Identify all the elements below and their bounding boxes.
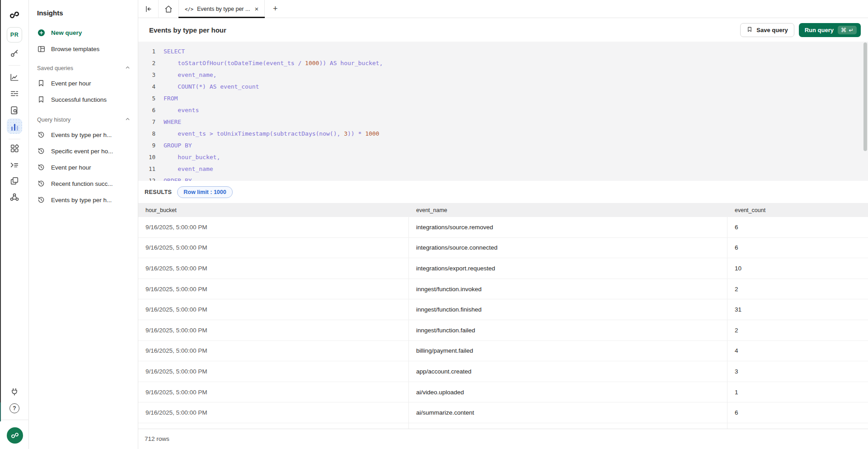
row-limit-pill[interactable]: Row limit : 1000 [177,186,232,198]
chevron-up-icon [125,116,131,123]
row-count: 712 rows [138,429,868,449]
code-line: 5FROM [138,93,868,104]
bookmark-icon [37,79,46,88]
history-item[interactable]: Event per hour [37,159,131,175]
line-number: 4 [138,81,155,93]
code-line: 10 hour_bucket, [138,151,868,163]
workspace-avatar[interactable]: PR [7,27,22,43]
insights-nav-active[interactable] [7,118,22,134]
table-row-partial [138,423,868,429]
cell-event-name: inngest/function.finished [409,299,727,320]
line-number: 2 [138,57,155,69]
app-window: PR [0,0,868,449]
help-icon[interactable]: ? [9,403,19,413]
code-line: 6 events [138,104,868,116]
table-row: 9/16/2025, 5:00:00 PMinngest/function.fi… [138,299,868,320]
cell-event-count: 31 [727,299,868,320]
collapse-sidebar-button[interactable] [138,0,159,18]
icon-rail: PR [0,0,29,449]
insights-sidebar: Insights New query Browse templates Save… [29,0,138,449]
saved-query-item[interactable]: Event per hour [37,75,131,91]
history-label: Events by type per h... [51,197,112,203]
saved-query-label: Successful functions [51,96,107,103]
save-query-button[interactable]: Save query [740,23,794,37]
code-line: 9GROUP BY [138,140,868,151]
saved-query-item[interactable]: Successful functions [37,91,131,108]
rail-divider [0,420,29,420]
line-number: 1 [138,46,155,57]
line-number: 12 [138,175,155,181]
apps-grid-icon[interactable] [9,143,19,153]
history-icon [37,131,46,139]
cell-hour-bucket: 9/16/2025, 5:00:00 PM [138,382,409,402]
tab-events-by-type[interactable]: </> Events by type per ... × [178,0,265,18]
code-line: 1SELECT [138,46,868,57]
cell-event-name: app/account.created [409,361,727,382]
table-row: 9/16/2025, 5:00:00 PMintegrations/source… [138,217,868,238]
cell-event-count: 2 [727,320,868,340]
history-item[interactable]: Events by type per h... [37,192,131,208]
code-line: 12ORDER BY [138,175,868,181]
history-label: Recent function succ... [51,180,113,187]
doc-search-icon[interactable] [9,105,19,115]
window-edge [0,0,1,402]
editor-scrollbar[interactable] [863,43,867,151]
code-line: 3 event_name, [138,69,868,81]
section-saved-queries[interactable]: Saved queries [37,61,131,75]
new-tab-button[interactable]: + [265,0,286,18]
section-label: Saved queries [37,65,73,71]
history-item[interactable]: Events by type per h... [37,127,131,143]
user-avatar[interactable] [7,427,23,444]
cell-event-name: inngest/function.failed [409,320,727,340]
code-icon: </> [185,6,193,12]
table-row: 9/16/2025, 5:00:00 PMinngest/function.in… [138,279,868,300]
metrics-chart-icon[interactable] [9,72,19,82]
column-header-hour-bucket: hour_bucket [138,207,409,213]
save-query-label: Save query [756,27,788,33]
inngest-logo[interactable] [8,8,21,22]
history-label: Specific event per ho... [51,148,113,155]
line-number: 6 [138,104,155,116]
window-edge-accent [0,402,1,421]
code-line: 2 toStartOfHour(toDateTime(event_ts / 10… [138,57,868,69]
templates-icon [37,45,46,53]
dev-server-plug-icon[interactable] [9,387,19,397]
cell-event-name: ai/video.uploaded [409,382,727,402]
table-row: 9/16/2025, 5:00:00 PMai/summarize.conten… [138,402,868,423]
line-number: 3 [138,69,155,81]
line-number: 9 [138,140,155,151]
code-line: 4 COUNT(*) AS event_count [138,81,868,93]
line-number: 11 [138,163,155,175]
chevron-up-icon [125,65,131,72]
terminal-icon[interactable] [9,160,19,170]
sql-editor[interactable]: 1SELECT2 toStartOfHour(toDateTime(event_… [138,42,868,181]
cell-hour-bucket: 9/16/2025, 5:00:00 PM [138,279,409,299]
home-tab-button[interactable] [159,0,178,18]
browse-templates-button[interactable]: Browse templates [37,41,131,57]
copy-windows-icon[interactable] [9,176,19,186]
webhook-icon[interactable] [9,192,19,202]
section-query-history[interactable]: Query history [37,113,131,127]
history-label: Event per hour [51,164,91,171]
cell-event-name: ai/summarize.content [409,402,727,423]
table-row: 9/16/2025, 5:00:00 PMinngest/function.fa… [138,320,868,341]
cell-event-count: 10 [727,258,868,279]
run-query-label: Run query [805,27,834,33]
cell-hour-bucket: 9/16/2025, 5:00:00 PM [138,299,409,320]
table-row: 9/16/2025, 5:00:00 PMintegrations/source… [138,238,868,259]
cell-event-name: integrations/export.requested [409,258,727,279]
cell-hour-bucket: 9/16/2025, 5:00:00 PM [138,341,409,361]
history-item[interactable]: Recent function succ... [37,175,131,192]
close-tab-icon[interactable]: × [254,5,258,13]
new-query-button[interactable]: New query [37,24,131,41]
cell-hour-bucket: 9/16/2025, 5:00:00 PM [138,238,409,258]
history-item[interactable]: Specific event per ho... [37,143,131,159]
new-query-label: New query [51,29,82,36]
table-header: hour_bucket event_name event_count [138,203,868,217]
key-icon[interactable] [9,48,19,58]
cell-event-name: integrations/source.removed [409,217,727,237]
table-row: 9/16/2025, 5:00:00 PMapp/account.created… [138,361,868,382]
run-query-button[interactable]: Run query ⌘ ↵ [799,23,861,37]
event-logs-icon[interactable] [9,89,19,99]
workspace-initials: PR [10,32,19,38]
